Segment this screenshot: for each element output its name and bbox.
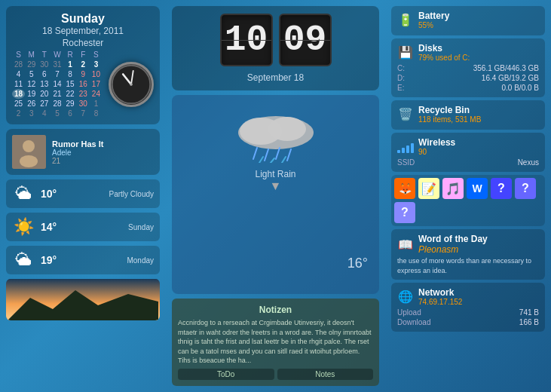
ssid-row: SSID Nexus: [397, 158, 539, 167]
network-widget: 🌐 Network 74.69.17.152 Upload 741 B Down…: [391, 283, 545, 332]
disk-e-value: 0.0 B/0.0 B: [502, 84, 539, 92]
battery-widget: 🔋 Battery 55%: [391, 6, 545, 35]
wireless-title: Wireless: [418, 137, 455, 148]
disk-icon: 💾: [397, 44, 414, 61]
weather-temp-3: 19°: [41, 254, 67, 266]
weather-temp-2: 14°: [41, 221, 67, 233]
cloud-icon-1: 🌥: [12, 184, 35, 204]
svg-line-12: [253, 148, 257, 159]
notizen-widget: Notizen Accnirdog to a rerseach at Crgim…: [172, 299, 379, 386]
help-icon-3[interactable]: ?: [394, 202, 415, 223]
ssid-label: SSID: [397, 158, 415, 167]
music-icon[interactable]: 🎵: [442, 178, 464, 199]
firefox-icon[interactable]: 🦊: [394, 178, 415, 199]
flip-hour: 10: [220, 14, 273, 66]
svg-line-17: [271, 158, 274, 163]
cal-header-f: F: [77, 50, 90, 60]
sun-icon: ☀️: [12, 217, 35, 237]
svg-line-13: [265, 149, 268, 161]
weather-desc-3: Monday: [73, 256, 154, 265]
disk-d-value: 16.4 GB/19.2 GB: [482, 74, 539, 82]
weather-row-1: 🌥 10° Partly Cloudy: [6, 179, 160, 208]
cal-header-w: W: [51, 50, 63, 60]
notes-button[interactable]: Notes: [277, 369, 374, 380]
word-name: Pleonasm: [418, 244, 488, 255]
disks-widget: 💾 Disks 79% used of C: C: 356.1 GB/446.3…: [391, 38, 545, 97]
track-number: 21: [52, 157, 154, 165]
battery-percent: 55%: [418, 21, 449, 29]
flip-minute: 09: [279, 14, 332, 66]
now-playing-widget: Rumor Has It Adele 21: [6, 129, 160, 175]
flip-clock-widget: 10 09 September 18: [172, 6, 379, 90]
flip-date: September 18: [247, 72, 304, 83]
bar-2: [402, 148, 405, 153]
disk-c-row: C: 356.1 GB/446.3 GB: [397, 63, 539, 73]
bar-1: [397, 150, 400, 153]
weather-expand-arrow[interactable]: ▼: [270, 179, 282, 193]
weather-temp-1: 10°: [41, 188, 67, 200]
weather-row-2: ☀️ 14° Sunday: [6, 213, 160, 241]
cal-header-t1: T: [38, 50, 51, 60]
day-name: Sunday: [61, 12, 105, 26]
disk-c-value: 356.1 GB/446.3 GB: [473, 64, 539, 72]
disks-title: Disks: [418, 43, 470, 54]
svg-line-18: [282, 157, 286, 163]
weather-temp-main: 16°: [347, 256, 368, 271]
todo-button[interactable]: ToDo: [178, 369, 274, 380]
battery-icon: 🔋: [397, 12, 414, 29]
track-title: Rumor Has It: [52, 139, 154, 149]
notepad-icon[interactable]: 📝: [418, 178, 439, 199]
disk-d-label: D:: [397, 74, 405, 82]
cal-header-s1: S: [12, 50, 25, 60]
word-icon[interactable]: W: [467, 178, 488, 199]
cal-header-r: R: [64, 50, 77, 60]
disks-subtitle: 79% used of C:: [418, 54, 470, 62]
wireless-icon: [397, 139, 414, 155]
notizen-footer: ToDo Notes: [178, 369, 373, 380]
download-value: 166 B: [519, 318, 539, 326]
photo-thumbnail: [6, 279, 160, 320]
right-panel: 🔋 Battery 55% 💾 Disks 79% used of C: C: …: [385, 0, 551, 392]
track-artist: Adele: [52, 149, 154, 157]
upload-row: Upload 741 B: [397, 308, 539, 317]
cal-header-m: M: [25, 50, 38, 60]
recycle-subtitle: 118 items, 531 MB: [418, 115, 481, 124]
album-art-image: [12, 135, 46, 169]
album-art: [12, 135, 46, 169]
calendar: S M T W R F S 28 29 30: [12, 50, 103, 118]
cal-week-1: 28 29 30 31 1 2 3: [12, 60, 103, 69]
upload-value: 741 B: [519, 308, 539, 317]
word-icon-main: 📖: [397, 236, 414, 253]
cal-week-2: 4 5 6 7 8 9 10: [12, 69, 103, 79]
word-definition: the use of more words than are necessary…: [397, 256, 539, 275]
city-name: Rochester: [63, 38, 104, 48]
help-icon-1[interactable]: ?: [491, 178, 512, 199]
analog-clock: [109, 62, 154, 107]
word-title: Word of the Day: [418, 234, 488, 244]
network-ip: 74.69.17.152: [418, 298, 462, 306]
upload-label: Upload: [397, 308, 421, 317]
center-panel: 10 09 September 18 16° Light Rain: [166, 0, 385, 392]
recycle-icon: 🗑️: [397, 106, 414, 123]
svg-line-14: [276, 148, 280, 159]
bar-3: [406, 145, 409, 153]
disk-c-label: C:: [397, 64, 405, 72]
svg-point-5: [23, 140, 35, 152]
weather-row-3: 🌥 19° Monday: [6, 246, 160, 274]
disk-d-row: D: 16.4 GB/19.2 GB: [397, 73, 539, 83]
flip-clock-digits: 10 09: [220, 14, 332, 66]
cal-week-6: 2 3 4 5 6 7 8: [12, 109, 103, 118]
left-panel: Sunday 18 September, 2011 Rochester S M …: [0, 0, 166, 392]
weather-desc-2: Sunday: [73, 223, 154, 231]
battery-title: Battery: [418, 11, 449, 21]
download-row: Download 166 B: [397, 317, 539, 327]
weather-main-widget: 16° Light Rain ▼: [172, 95, 379, 294]
help-icon-2[interactable]: ?: [515, 178, 536, 199]
disk-e-label: E:: [397, 84, 404, 92]
bar-4: [411, 143, 414, 153]
svg-point-3: [130, 83, 133, 86]
svg-line-16: [259, 157, 263, 163]
download-label: Download: [397, 318, 430, 326]
track-info: Rumor Has It Adele 21: [52, 139, 154, 165]
weather-desc-1: Partly Cloudy: [73, 190, 154, 198]
